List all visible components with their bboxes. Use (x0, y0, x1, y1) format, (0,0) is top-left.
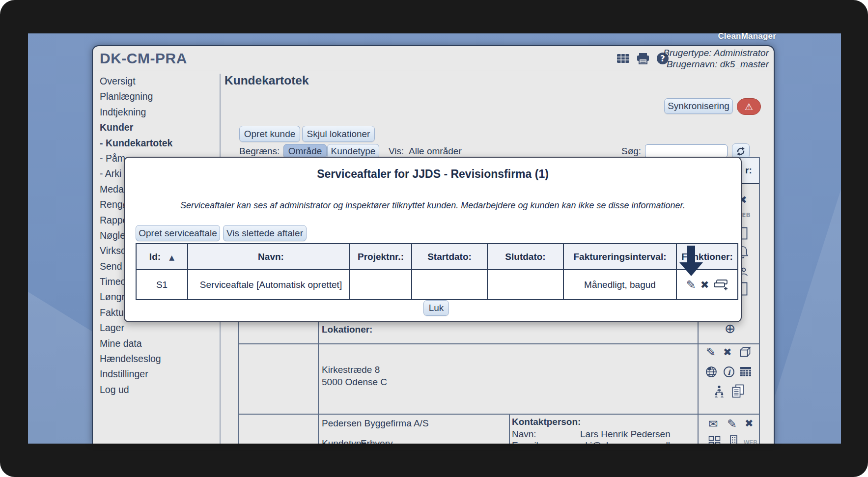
locations-label: Lokationer: (322, 324, 372, 335)
search-input[interactable] (645, 144, 728, 158)
table-border (238, 322, 239, 444)
box-icon[interactable] (739, 346, 752, 358)
col-header-faktureringsinterval[interactable]: Faktureringsinterval: (563, 244, 676, 270)
attention-arrow-icon (679, 246, 703, 277)
add-location-icon[interactable]: ⊕ (725, 322, 736, 335)
sidebar-item-indstillinger[interactable]: Indstillinger (100, 368, 218, 384)
contact-label: Kontaktperson: (512, 417, 581, 427)
delete-icon[interactable]: ✖ (745, 419, 754, 429)
cell-slutdato (487, 270, 563, 300)
modal-subtitle: Serviceaftaler kan ses af administrator … (125, 200, 741, 211)
address-line1: Kirkestræde 8 (322, 364, 387, 376)
col-header-navn[interactable]: Navn: (188, 244, 350, 270)
building-icon[interactable] (729, 435, 739, 444)
create-customer-button[interactable]: Opret kunde (239, 126, 300, 142)
refresh-icon (736, 146, 746, 156)
sidebar-item-oversigt[interactable]: Oversigt (100, 76, 218, 91)
show-value: Alle områder (409, 146, 462, 157)
table-border (318, 322, 319, 444)
screen-bezel: CleanManager DK-CM-PRA ? Brugertype: Adm… (0, 0, 868, 477)
col-header-id[interactable]: Id: ▲ (136, 244, 188, 270)
show-deleted-agreements-button[interactable]: Vis slettede aftaler (223, 225, 307, 241)
col-header-startdato[interactable]: Startdato: (412, 244, 487, 270)
company-name: Pedersen Byggefirma A/S (322, 418, 429, 429)
show-label: Vis: (389, 146, 404, 157)
org-people-icon[interactable] (713, 385, 726, 398)
cell-id: S1 (136, 270, 188, 300)
globe-icon[interactable] (705, 366, 717, 378)
edit-icon[interactable]: ✎ (706, 346, 716, 358)
col-header-projektnr[interactable]: Projektnr.: (350, 244, 412, 270)
contact-name-label: Navn: (512, 429, 536, 440)
sidebar-item-kundekartotek[interactable]: - Kundekartotek (100, 138, 218, 153)
user-type-label: Brugertype: Administrator (663, 47, 769, 58)
cleanmanager-logo: CleanManager (718, 31, 776, 41)
delete-agreement-icon[interactable]: ✖ (700, 279, 709, 291)
cell-faktureringsinterval: Månedligt, bagud (563, 270, 676, 300)
table-row: S1 Serviceaftale [Automatisk oprettet] M… (136, 270, 738, 300)
contact-email-label: E-mail: (512, 440, 541, 444)
table-view-icon[interactable] (616, 53, 630, 64)
info-icon[interactable]: i (723, 366, 735, 378)
mail-icon[interactable]: ✉ (708, 419, 718, 430)
cell-projektnr (350, 270, 412, 300)
web-badge: WEB (744, 439, 757, 444)
app-title: DK-CM-PRA (100, 50, 187, 67)
delete-icon[interactable]: ✖ (723, 347, 732, 358)
edit-icon[interactable]: ✎ (727, 418, 737, 430)
col-header-slutdato[interactable]: Slutdato: (487, 244, 563, 270)
sort-asc-icon[interactable]: ▲ (169, 253, 174, 261)
sidebar-item-kunder[interactable]: Kunder (100, 122, 218, 137)
search-label: Søg: (621, 146, 641, 157)
sidebar-item-indtjekning[interactable]: Indtjekning (100, 107, 218, 122)
modal-title: Serviceaftaler for JJDS - Revisionsfirma… (125, 168, 741, 181)
service-agreements-table: Id: ▲ Navn: Projektnr.: Startdato: Slutd… (136, 243, 738, 300)
hide-locations-button[interactable]: Skjul lokationer (302, 126, 375, 142)
address-line2: 5000 Odense C (322, 376, 387, 388)
cell-navn: Serviceaftale [Automatisk oprettet] (188, 270, 350, 300)
table-border (238, 343, 759, 344)
documents-icon[interactable] (731, 384, 744, 398)
sidebar-item-haendelseslog[interactable]: Hændelseslog (100, 353, 218, 368)
copy-add-agreement-icon[interactable] (713, 279, 728, 291)
sidebar-item-lager[interactable]: Lager (100, 322, 218, 337)
create-service-agreement-button[interactable]: Opret serviceaftale (136, 225, 220, 241)
sidebar-item-mine-data[interactable]: Mine data (100, 338, 218, 353)
page-title: Kundekartotek (224, 74, 309, 87)
sync-warning-badge[interactable]: ⚠ (737, 98, 761, 115)
user-name-label: Brugernavn: dk5_master (663, 58, 769, 70)
print-icon[interactable] (636, 53, 650, 64)
header-divider (93, 71, 774, 71)
table-border (238, 414, 759, 415)
sidebar-item-log-ud[interactable]: Log ud (100, 384, 218, 399)
contact-name-value: Lars Henrik Pedersen (580, 429, 671, 440)
close-modal-button[interactable]: Luk (423, 300, 449, 316)
sidebar-item-planlaegning[interactable]: Planlægning (100, 91, 218, 106)
contact-email-value: aki@cleanmanager.dk (580, 440, 672, 444)
cell-startdato (412, 270, 487, 300)
sync-button[interactable]: Synkronisering (664, 98, 733, 114)
calculator-icon[interactable] (740, 366, 752, 377)
serviceaftaler-modal: Serviceaftaler for JJDS - Revisionsfirma… (124, 157, 742, 322)
app-window: DK-CM-PRA ? Brugertype: Administrator Br… (92, 45, 775, 444)
table-border (698, 322, 699, 444)
table-right-border (759, 157, 760, 444)
sync-boxes-icon[interactable] (708, 436, 721, 444)
edit-agreement-icon[interactable]: ✎ (686, 278, 696, 292)
table-border (509, 414, 510, 444)
customer-type-value: Erhverv (361, 438, 392, 444)
limit-label: Begræns: (239, 146, 280, 157)
warning-icon: ⚠ (745, 102, 753, 112)
svg-text:i: i (728, 368, 731, 376)
